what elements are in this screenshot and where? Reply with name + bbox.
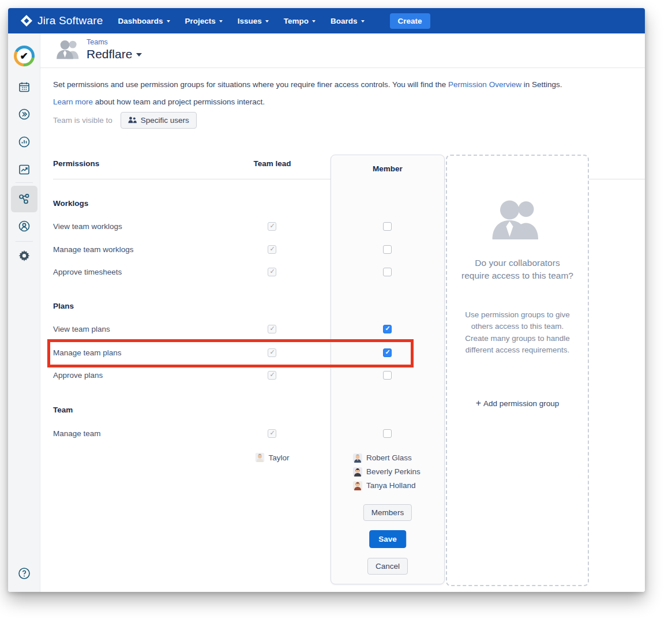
team-lead-checkbox[interactable] bbox=[268, 222, 276, 231]
teams-icon[interactable] bbox=[13, 187, 36, 211]
team-lead-user: Taylor bbox=[255, 453, 289, 462]
permission-label: Manage team worklogs bbox=[53, 245, 134, 254]
member-checkbox[interactable] bbox=[383, 429, 392, 438]
member-checkbox[interactable] bbox=[383, 348, 392, 357]
accounts-icon[interactable] bbox=[13, 215, 36, 238]
avatar bbox=[353, 467, 362, 477]
permission-row-highlighted: Manage team plans bbox=[40, 347, 645, 359]
sidebar-divider bbox=[16, 241, 33, 242]
member-checkbox[interactable] bbox=[383, 325, 392, 333]
top-navbar: Jira Software Dashboards Projects Issues… bbox=[8, 8, 645, 33]
member-checkbox[interactable] bbox=[383, 222, 392, 231]
chevron-down-icon bbox=[312, 20, 316, 22]
chevron-down-icon bbox=[265, 20, 269, 22]
permission-row: Manage team worklogs bbox=[40, 244, 645, 256]
permission-row: Approve plans bbox=[40, 370, 645, 381]
nav-tempo[interactable]: Tempo bbox=[284, 17, 316, 25]
permission-row: Approve timesheets bbox=[40, 267, 645, 278]
members-button[interactable]: Members bbox=[363, 504, 412, 521]
cancel-button[interactable]: Cancel bbox=[367, 558, 408, 575]
section-title-worklogs: Worklogs bbox=[53, 199, 88, 208]
member-checkbox[interactable] bbox=[383, 245, 392, 254]
team-lead-checkbox[interactable] bbox=[268, 245, 276, 254]
chevron-down-icon bbox=[361, 20, 365, 22]
main-content: Teams Redflare Set permissions and use p… bbox=[40, 33, 645, 592]
sidebar-divider bbox=[16, 182, 33, 183]
permission-label: View team plans bbox=[53, 325, 110, 333]
section-title-team: Team bbox=[53, 406, 73, 414]
permission-label: Approve timesheets bbox=[53, 268, 122, 276]
avatar bbox=[353, 481, 362, 490]
fast-forward-icon[interactable] bbox=[13, 103, 36, 126]
member-list-item: Robert Glass bbox=[353, 453, 421, 463]
settings-gear-icon[interactable] bbox=[13, 244, 36, 267]
add-permission-group-button[interactable]: +Add permission group bbox=[447, 398, 588, 408]
jira-logo[interactable]: Jira Software bbox=[21, 14, 103, 27]
collaborators-group-icon bbox=[490, 197, 545, 242]
plus-icon: + bbox=[476, 398, 481, 408]
avatar bbox=[255, 453, 264, 462]
app-window: Jira Software Dashboards Projects Issues… bbox=[8, 8, 645, 592]
jira-diamond-icon bbox=[21, 15, 32, 27]
member-checkbox[interactable] bbox=[383, 371, 392, 380]
avatar bbox=[353, 453, 362, 463]
app-title: Jira Software bbox=[37, 14, 103, 27]
nav-issues[interactable]: Issues bbox=[238, 17, 269, 25]
team-lead-checkbox[interactable] bbox=[268, 325, 276, 333]
tempo-logo-icon[interactable] bbox=[14, 46, 35, 66]
nav-projects[interactable]: Projects bbox=[185, 17, 223, 25]
create-button[interactable]: Create bbox=[390, 13, 430, 29]
team-lead-checkbox[interactable] bbox=[268, 348, 276, 357]
column-header-permissions: Permissions bbox=[53, 159, 99, 168]
chevron-down-icon bbox=[167, 20, 170, 22]
permission-row: View team worklogs bbox=[40, 221, 645, 232]
calendar-icon[interactable] bbox=[13, 76, 36, 99]
permission-label: Approve plans bbox=[53, 371, 103, 380]
permission-label: Manage team plans bbox=[53, 348, 122, 357]
save-button[interactable]: Save bbox=[369, 530, 406, 548]
column-header-member: Member bbox=[331, 164, 444, 173]
permission-row: View team plans bbox=[40, 324, 645, 335]
permission-label: View team worklogs bbox=[53, 222, 122, 231]
permission-label: Manage team bbox=[53, 429, 101, 438]
screenshot-stage: Jira Software Dashboards Projects Issues… bbox=[0, 0, 672, 619]
member-list: Robert Glass Beverly Perkins bbox=[353, 453, 421, 490]
column-header-team-lead: Team lead bbox=[253, 159, 291, 168]
nav-dashboards[interactable]: Dashboards bbox=[118, 17, 170, 25]
permissions-table: Permissions Team lead Member Robert Glas… bbox=[40, 33, 645, 592]
tempo-sidebar bbox=[8, 33, 40, 592]
section-title-plans: Plans bbox=[53, 302, 74, 310]
team-lead-checkbox[interactable] bbox=[268, 429, 276, 438]
member-checkbox[interactable] bbox=[383, 268, 392, 276]
chevron-down-icon bbox=[219, 20, 223, 22]
help-icon[interactable] bbox=[13, 562, 36, 585]
permission-row: Manage team bbox=[40, 428, 645, 440]
team-lead-checkbox[interactable] bbox=[268, 371, 276, 380]
member-list-item: Beverly Perkins bbox=[353, 467, 421, 477]
nav-boards[interactable]: Boards bbox=[331, 17, 365, 25]
trends-icon[interactable] bbox=[13, 158, 36, 181]
member-list-item: Tanya Holland bbox=[353, 481, 421, 490]
reports-icon[interactable] bbox=[13, 130, 36, 153]
team-lead-checkbox[interactable] bbox=[268, 268, 276, 276]
